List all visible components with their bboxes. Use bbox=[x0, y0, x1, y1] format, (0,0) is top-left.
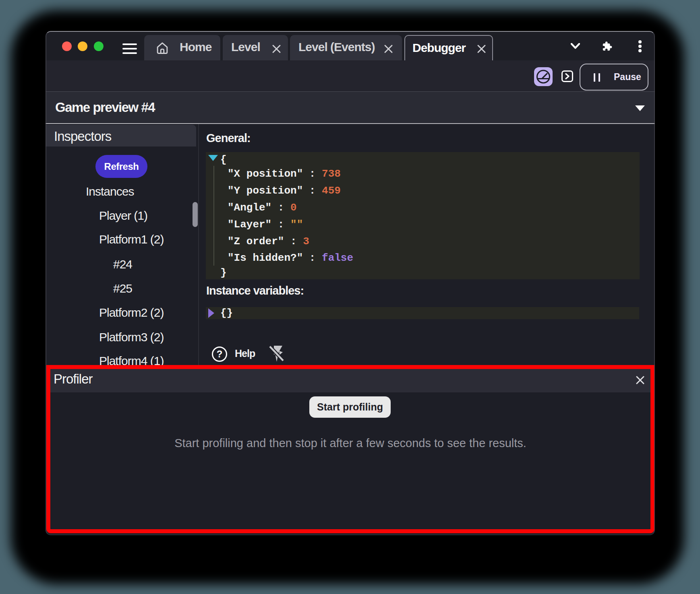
svg-text:?: ? bbox=[217, 349, 223, 359]
